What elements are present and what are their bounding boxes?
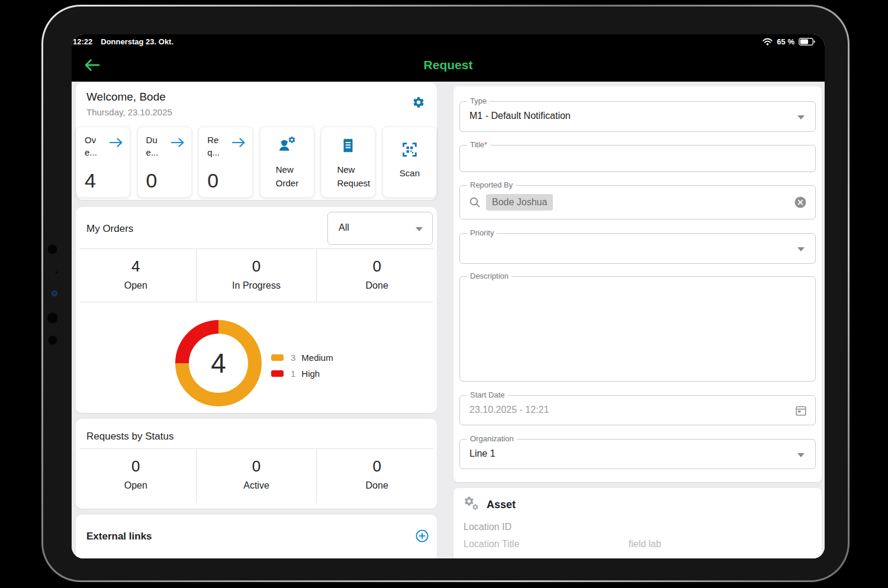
chevron-down-icon xyxy=(797,247,805,251)
chevron-down-icon xyxy=(797,453,805,457)
stat-label: Done xyxy=(317,480,437,491)
stat-label: Done xyxy=(317,280,437,291)
title-field[interactable]: Title* xyxy=(459,145,816,172)
request-form-card: Type M1 - Default Notification Title* Re… xyxy=(453,86,822,482)
stat-label: Open xyxy=(76,280,196,291)
type-field[interactable]: Type M1 - Default Notification xyxy=(459,101,816,132)
tile-label: New xyxy=(337,164,355,175)
gears-icon xyxy=(464,496,481,512)
reported-by-chip[interactable]: Bode Joshua xyxy=(486,194,553,211)
tablet-bezel: 12:22 Donnerstag 23. Okt. 65 % xyxy=(43,7,848,580)
scan-button[interactable]: Scan xyxy=(382,127,437,198)
stat-active: 0 Active xyxy=(196,449,317,502)
app-screen: 12:22 Donnerstag 23. Okt. 65 % xyxy=(72,34,825,558)
qr-scan-icon xyxy=(400,140,419,159)
tile-due[interactable]: Due... 0 xyxy=(137,127,192,198)
tile-value: 4 xyxy=(85,169,96,192)
kpi-tiles-row: Ove... 4 Due... xyxy=(76,127,437,198)
clipped-location-row: Location Title field lab xyxy=(464,539,661,550)
organization-field[interactable]: Organization Line 1 xyxy=(459,439,816,469)
type-value: M1 - Default Notification xyxy=(469,111,571,121)
status-time: 12:22 xyxy=(73,37,92,46)
description-field[interactable]: Description xyxy=(459,276,816,382)
camera-dot-icon xyxy=(47,244,57,254)
tile-label: Scan xyxy=(383,166,436,180)
tile-label: Ov xyxy=(85,135,96,145)
stat-label: Open xyxy=(76,480,196,491)
clear-icon[interactable] xyxy=(794,196,807,209)
organization-value: Line 1 xyxy=(469,448,496,459)
plus-circle-icon[interactable] xyxy=(416,529,429,542)
title-label: Title xyxy=(470,140,484,149)
stat-value: 0 xyxy=(197,457,317,476)
orders-filter-select[interactable]: All xyxy=(327,212,433,245)
calendar-icon[interactable] xyxy=(794,404,807,417)
requests-stats-row: 0 Open 0 Active 0 Done xyxy=(76,449,437,502)
orders-stats-row: 4 Open 0 In Progress 0 Done xyxy=(76,249,437,302)
tile-value: 0 xyxy=(146,169,157,192)
stat-label: In Progress xyxy=(197,280,317,291)
nav-bar: Request xyxy=(72,49,825,82)
gear-icon[interactable] xyxy=(412,96,425,109)
legend-item-high: 1 High xyxy=(271,367,333,380)
chevron-down-icon xyxy=(797,115,805,119)
tile-label: Re xyxy=(207,135,218,145)
required-asterisk: * xyxy=(484,140,487,149)
status-date: Donnerstag 23. Okt. xyxy=(101,37,173,46)
priority-donut-chart: 4 xyxy=(175,320,262,406)
stat-value: 0 xyxy=(76,457,196,476)
tile-requests[interactable]: Req... 0 xyxy=(198,127,253,198)
content-area: Welcome, Bode Thursday, 23.10.2025 Ove..… xyxy=(72,82,825,558)
organization-label: Organization xyxy=(467,434,517,443)
stat-done: 0 Done xyxy=(316,249,437,302)
stat-open: 0 Open xyxy=(76,449,196,502)
stat-value: 0 xyxy=(317,457,437,476)
stat-in-progress: 0 In Progress xyxy=(196,249,317,302)
stat-label: Active xyxy=(197,480,317,491)
battery-icon xyxy=(799,38,815,46)
start-date-field[interactable]: Start Date 23.10.2025 - 12:21 xyxy=(459,395,816,425)
orders-filter-value: All xyxy=(339,222,349,233)
reported-by-field[interactable]: Reported By Bode Joshua xyxy=(459,185,816,219)
requests-by-status-card: Requests by Status 0 Open 0 Active xyxy=(76,419,437,509)
legend-item-medium: 3 Medium xyxy=(271,351,333,364)
start-date-label: Start Date xyxy=(467,390,508,399)
tablet-frame: 12:22 Donnerstag 23. Okt. 65 % xyxy=(41,5,850,582)
stat-done: 0 Done xyxy=(316,449,437,502)
arrow-right-icon xyxy=(108,137,124,148)
tile-value: 0 xyxy=(207,169,218,192)
page-background: 12:22 Donnerstag 23. Okt. 65 % xyxy=(0,0,888,588)
arrow-right-icon xyxy=(231,137,246,148)
tile-overdue[interactable]: Ove... 4 xyxy=(76,127,130,198)
camera-dot-icon xyxy=(55,271,58,274)
external-links-card: External links xyxy=(76,515,437,558)
status-bar: 12:22 Donnerstag 23. Okt. 65 % xyxy=(72,34,825,49)
wifi-icon xyxy=(762,38,773,46)
camera-dot-icon xyxy=(47,312,58,324)
arrow-right-icon xyxy=(170,137,185,148)
asset-title: Asset xyxy=(487,499,516,511)
legend-swatch-medium xyxy=(271,354,284,361)
welcome-card: Welcome, Bode Thursday, 23.10.2025 Ove..… xyxy=(76,83,437,200)
description-label: Description xyxy=(467,272,511,280)
my-orders-title: My Orders xyxy=(86,223,133,235)
receipt-icon xyxy=(339,137,357,154)
page-title: Request xyxy=(72,49,825,82)
chevron-down-icon xyxy=(416,227,423,231)
stat-value: 0 xyxy=(197,257,317,276)
new-order-button[interactable]: NewOrder xyxy=(260,127,314,198)
donut-total: 4 xyxy=(211,347,226,379)
divider xyxy=(79,302,433,302)
start-date-value: 23.10.2025 - 12:21 xyxy=(469,405,549,415)
type-label: Type xyxy=(467,96,490,105)
new-request-button[interactable]: NewRequest xyxy=(321,127,375,198)
search-icon xyxy=(468,196,481,209)
priority-label: Priority xyxy=(467,228,497,237)
welcome-text: Welcome, Bode xyxy=(86,91,166,104)
tile-label: New xyxy=(276,164,294,175)
stat-value: 0 xyxy=(317,257,437,276)
tile-label: Du xyxy=(146,135,157,145)
location-id-label: Location ID xyxy=(464,522,511,532)
priority-field[interactable]: Priority xyxy=(459,233,816,264)
my-orders-card: My Orders All 4 Open 0 xyxy=(76,207,437,413)
